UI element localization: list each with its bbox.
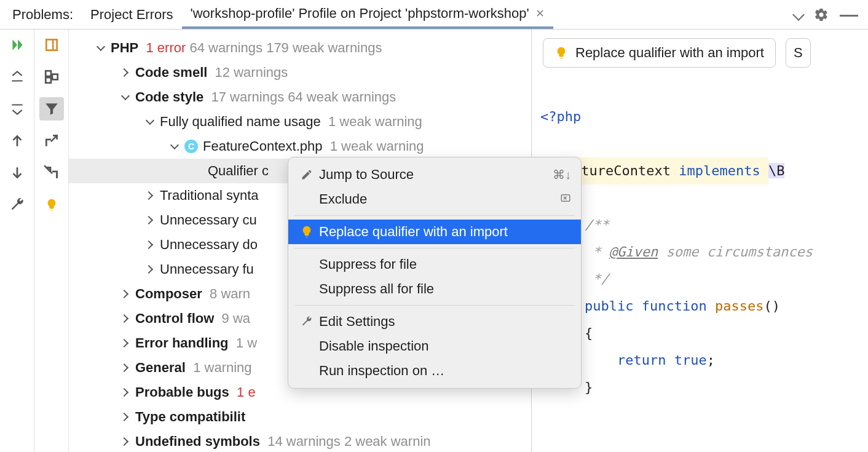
menu-separator: [294, 305, 575, 306]
tree-node-file[interactable]: CFeatureContext.php 1 weak warning: [69, 134, 531, 159]
menu-disable-inspection[interactable]: Disable inspection: [288, 334, 581, 359]
rerun-button[interactable]: [5, 33, 30, 57]
tree-node-undefined[interactable]: Undefined symbols 14 warnings 2 weak war…: [69, 429, 531, 452]
filter-button[interactable]: [39, 97, 64, 121]
play-icon: [9, 37, 25, 53]
tool-strip-2: [34, 30, 69, 452]
tree-node-fqn[interactable]: Fully qualified name usage 1 weak warnin…: [69, 109, 531, 134]
tree-node-code-smell[interactable]: Code smell 12 warnings: [69, 60, 531, 85]
group-button[interactable]: [39, 65, 64, 89]
menu-jump-label: Jump to Source: [315, 167, 553, 183]
filter-icon: [44, 101, 60, 117]
collapse-icon: [9, 101, 25, 117]
delete-icon: [560, 192, 571, 204]
chevron-down-icon[interactable]: [792, 9, 805, 21]
menu-suppress-all[interactable]: Suppress all for file: [288, 277, 581, 301]
menu-edit-label: Edit Settings: [315, 314, 571, 330]
settings-button[interactable]: [5, 193, 30, 216]
menu-suppress-file-label: Suppress for file: [315, 256, 571, 272]
quickfix-secondary-label: S: [794, 45, 803, 61]
export-button[interactable]: [39, 129, 64, 153]
menu-jump-shortcut: ⌘↓: [553, 167, 571, 182]
menu-exclude-label: Exclude: [315, 191, 560, 207]
svg-rect-0: [46, 39, 57, 50]
tree-node-php[interactable]: PHP 1 error 64 warnings 179 weak warning…: [69, 36, 531, 60]
bulb-icon: [45, 198, 58, 212]
bulb-icon: [300, 225, 314, 239]
expand-all-button[interactable]: [5, 65, 30, 89]
tab-profile[interactable]: 'workshop-profile' Profile on Project 'p…: [182, 1, 553, 29]
group-icon: [44, 69, 60, 85]
svg-rect-2: [45, 71, 51, 76]
autoscroll-button[interactable]: [39, 161, 64, 184]
collapse-all-button[interactable]: [5, 97, 30, 121]
pencil-icon: [301, 169, 313, 181]
problems-label: Problems:: [4, 2, 82, 28]
menu-replace-qualifier[interactable]: Replace qualifier with an import: [288, 220, 581, 244]
export-icon: [44, 133, 60, 149]
editor-panel: Replace qualifier with an import S <?php…: [531, 30, 868, 452]
quickfix-secondary-button[interactable]: S: [786, 38, 811, 68]
menu-exclude[interactable]: Exclude: [288, 187, 581, 212]
wrench-icon: [9, 197, 25, 213]
bulb-icon: [554, 46, 568, 60]
arrow-down-icon: [9, 165, 25, 181]
prev-button[interactable]: [5, 129, 30, 153]
menu-run-label: Run inspection on …: [315, 363, 571, 379]
tool-strip-1: [0, 30, 34, 452]
quickfix-label: Replace qualifier with an import: [575, 45, 764, 61]
square-icon: [44, 37, 60, 53]
highlight-button[interactable]: [39, 33, 64, 57]
intention-button[interactable]: [39, 193, 64, 216]
menu-edit-settings[interactable]: Edit Settings: [288, 309, 581, 334]
menu-separator: [294, 248, 575, 248]
tab-project-errors-label: Project Errors: [90, 7, 173, 23]
tab-profile-label: 'workshop-profile' Profile on Project 'p…: [191, 6, 529, 22]
menu-replace-label: Replace qualifier with an import: [315, 224, 571, 240]
tab-bar: Problems: Project Errors 'workshop-profi…: [0, 0, 868, 30]
next-button[interactable]: [5, 161, 30, 184]
menu-separator: [294, 215, 575, 216]
minimize-icon[interactable]: —: [840, 12, 858, 18]
menu-suppress-file[interactable]: Suppress for file: [288, 252, 581, 277]
arrow-up-icon: [9, 133, 25, 149]
class-icon: C: [184, 140, 198, 153]
context-menu: Jump to Source ⌘↓ Exclude Replace qualif…: [288, 157, 582, 389]
menu-run-inspection[interactable]: Run inspection on …: [288, 359, 581, 383]
tree-node-type-compat[interactable]: Type compatibilit: [69, 405, 531, 429]
menu-suppress-all-label: Suppress all for file: [315, 281, 571, 297]
svg-rect-4: [52, 74, 58, 80]
import-icon: [44, 165, 60, 181]
tab-project-errors[interactable]: Project Errors: [82, 2, 181, 28]
gear-icon[interactable]: [814, 7, 829, 22]
quickfix-button[interactable]: Replace qualifier with an import: [543, 38, 776, 68]
suggestion-bar: Replace qualifier with an import S: [532, 30, 868, 76]
close-tab-icon[interactable]: ✕: [535, 7, 545, 20]
wrench-icon: [301, 315, 313, 328]
expand-icon: [9, 69, 25, 85]
svg-rect-3: [45, 77, 51, 83]
menu-jump-to-source[interactable]: Jump to Source ⌘↓: [288, 162, 581, 187]
tree-node-code-style[interactable]: Code style 17 warnings 64 weak warnings: [69, 85, 531, 109]
menu-disable-label: Disable inspection: [315, 338, 571, 354]
code-preview[interactable]: <?php s FeatureContext implements \B /**…: [532, 76, 868, 428]
